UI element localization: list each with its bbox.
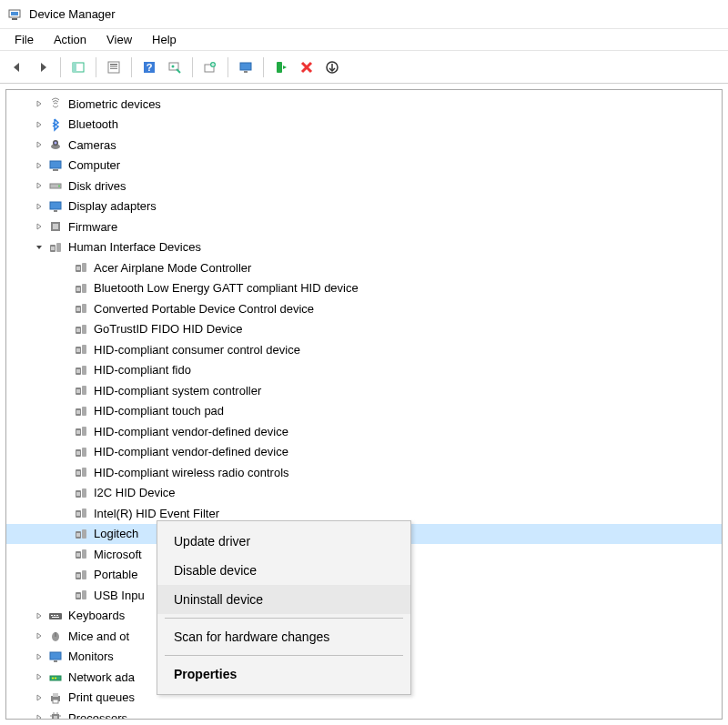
tree-device-label: USB Inpu bbox=[94, 589, 145, 602]
ctx-properties[interactable]: Properties bbox=[157, 660, 410, 689]
context-menu: Update driver Disable device Uninstall d… bbox=[157, 520, 411, 695]
svg-rect-47 bbox=[76, 348, 80, 352]
toolbar-separator bbox=[96, 57, 96, 77]
tree-device[interactable]: HID-compliant consumer control device bbox=[6, 339, 722, 360]
svg-rect-67 bbox=[82, 488, 86, 498]
printer-icon bbox=[48, 690, 63, 705]
svg-rect-83 bbox=[76, 594, 80, 598]
menu-action[interactable]: Action bbox=[45, 31, 96, 48]
svg-rect-58 bbox=[82, 427, 86, 436]
svg-rect-74 bbox=[76, 533, 80, 537]
hid-icon bbox=[74, 588, 88, 602]
tree-category[interactable]: Display adapters bbox=[6, 196, 722, 217]
enable-device-button[interactable] bbox=[269, 55, 293, 79]
svg-point-95 bbox=[55, 678, 56, 680]
tree-category-label: Firmware bbox=[68, 220, 117, 234]
tree-category[interactable]: Computer bbox=[6, 156, 722, 176]
tree-category[interactable]: Processors bbox=[6, 708, 722, 720]
hid-icon bbox=[74, 342, 88, 357]
ctx-update-driver[interactable]: Update driver bbox=[157, 527, 410, 556]
monitor-button[interactable] bbox=[234, 55, 258, 79]
uninstall-device-button[interactable] bbox=[295, 55, 318, 79]
tree-device[interactable]: Bluetooth Low Energy GATT compliant HID … bbox=[6, 278, 722, 299]
tree-device[interactable]: HID-compliant fido bbox=[6, 360, 722, 381]
chevron-right-icon[interactable] bbox=[32, 178, 46, 193]
ctx-disable-device[interactable]: Disable device bbox=[157, 556, 410, 585]
tree-device[interactable]: GoTrustID FIDO HID Device bbox=[6, 319, 722, 340]
svg-rect-61 bbox=[82, 448, 86, 457]
keyboard-icon bbox=[48, 609, 63, 623]
svg-rect-53 bbox=[76, 389, 80, 393]
svg-rect-37 bbox=[82, 284, 86, 293]
help-button[interactable]: ? bbox=[137, 55, 161, 79]
forward-button[interactable] bbox=[31, 55, 55, 79]
tree-device[interactable]: I2C HID Device bbox=[6, 483, 722, 504]
chevron-right-icon[interactable] bbox=[32, 609, 46, 623]
tree-category-label: Disk drives bbox=[68, 179, 126, 193]
chevron-right-icon[interactable] bbox=[32, 219, 46, 234]
show-hide-console-button[interactable] bbox=[66, 55, 90, 79]
hid-icon bbox=[74, 363, 88, 378]
tree-device[interactable]: Converted Portable Device Control device bbox=[6, 298, 722, 319]
chevron-right-icon[interactable] bbox=[32, 117, 46, 132]
tree-device[interactable]: HID-compliant vendor-defined device bbox=[6, 442, 722, 463]
chevron-right-icon[interactable] bbox=[32, 199, 46, 214]
chevron-right-icon[interactable] bbox=[32, 137, 46, 152]
tree-category[interactable]: Disk drives bbox=[6, 176, 722, 196]
tree-device[interactable]: HID-compliant touch pad bbox=[6, 401, 722, 422]
bluetooth-icon bbox=[48, 117, 63, 132]
tree-device[interactable]: Acer Airplane Mode Controller bbox=[6, 257, 722, 278]
hid-icon bbox=[74, 404, 88, 418]
menu-file[interactable]: File bbox=[5, 31, 43, 48]
hid-icon bbox=[48, 240, 63, 255]
chevron-right-icon[interactable] bbox=[32, 710, 46, 720]
svg-rect-50 bbox=[76, 369, 80, 373]
tree-category[interactable]: Human Interface Devices bbox=[6, 237, 722, 258]
toolbar-separator bbox=[263, 57, 264, 77]
svg-rect-97 bbox=[53, 693, 58, 697]
scan-hardware-button[interactable] bbox=[163, 55, 187, 79]
tree-device[interactable]: HID-compliant system controller bbox=[6, 380, 722, 401]
svg-rect-35 bbox=[76, 267, 80, 270]
chevron-right-icon[interactable] bbox=[32, 670, 46, 684]
svg-rect-70 bbox=[82, 509, 86, 518]
svg-rect-15 bbox=[240, 63, 251, 70]
back-button[interactable] bbox=[5, 55, 29, 79]
update-driver-button[interactable] bbox=[198, 55, 222, 79]
svg-rect-4 bbox=[73, 63, 76, 72]
chevron-right-icon[interactable] bbox=[32, 96, 46, 111]
tree-device[interactable]: HID-compliant vendor-defined device bbox=[6, 421, 722, 442]
hid-icon bbox=[74, 424, 88, 438]
ctx-scan-hardware[interactable]: Scan for hardware changes bbox=[157, 622, 410, 651]
svg-rect-91 bbox=[50, 652, 61, 660]
toolbar-separator bbox=[131, 57, 132, 77]
tree-device-label: HID-compliant system controller bbox=[94, 384, 261, 398]
chevron-right-icon[interactable] bbox=[32, 690, 46, 705]
chevron-right-icon[interactable] bbox=[32, 629, 46, 643]
hid-icon bbox=[74, 527, 88, 541]
tree-device[interactable]: HID-compliant wireless radio controls bbox=[6, 462, 722, 483]
chevron-right-icon[interactable] bbox=[32, 158, 46, 173]
tree-device-label: HID-compliant wireless radio controls bbox=[94, 466, 289, 479]
chevron-right-icon[interactable] bbox=[32, 649, 46, 664]
disk-icon bbox=[48, 178, 63, 193]
ctx-uninstall-device[interactable]: Uninstall device bbox=[157, 585, 410, 614]
hid-icon bbox=[74, 506, 88, 520]
tree-category[interactable]: Bluetooth bbox=[6, 115, 722, 136]
tree-category[interactable]: Biometric devices bbox=[6, 94, 722, 115]
chevron-down-icon[interactable] bbox=[32, 240, 46, 255]
svg-rect-100 bbox=[54, 716, 57, 720]
properties-button[interactable] bbox=[102, 55, 126, 79]
disable-device-button[interactable] bbox=[320, 55, 344, 79]
svg-rect-34 bbox=[82, 263, 86, 272]
firmware-icon bbox=[48, 219, 63, 234]
svg-rect-7 bbox=[110, 66, 117, 67]
menu-view[interactable]: View bbox=[97, 31, 141, 48]
tree-category[interactable]: Cameras bbox=[6, 135, 722, 156]
svg-rect-76 bbox=[82, 549, 86, 559]
tree-category[interactable]: Firmware bbox=[6, 216, 722, 237]
svg-rect-27 bbox=[54, 210, 57, 212]
menu-help[interactable]: Help bbox=[143, 31, 186, 48]
computer-icon bbox=[48, 158, 63, 173]
svg-rect-64 bbox=[82, 468, 86, 477]
